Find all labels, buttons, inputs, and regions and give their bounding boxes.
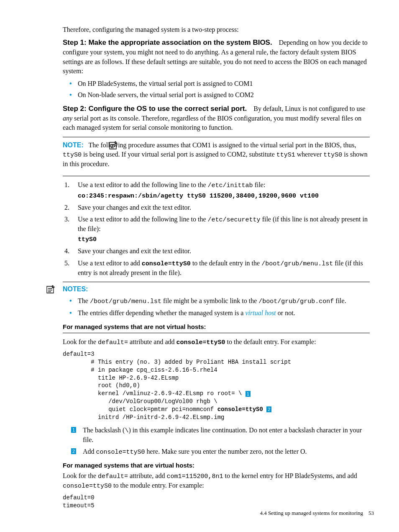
s5-mid: to the default entry in the — [191, 260, 261, 267]
step1-paragraph: Step 1: Make the appropriate association… — [63, 38, 370, 76]
step2-body-suffix: serial port as its console. Therefore, r… — [63, 115, 361, 131]
note-icon-wrap-2 — [45, 285, 55, 297]
step1-bullet-2: On Non-blade servers, the virtual serial… — [63, 90, 370, 100]
code-l2: # This entry (no. 3) added by Proliant H… — [63, 359, 291, 365]
proc-step-4: Save your changes and exit the text edit… — [63, 247, 370, 256]
s5-mono: /boot/grub/menu.lst — [261, 260, 333, 267]
c2-prefix: Add — [83, 448, 96, 455]
footer-page: 53 — [368, 510, 374, 516]
code-l5: root (hd0,0) — [63, 382, 140, 389]
n2b1-suffix: file. — [334, 297, 346, 304]
note-icon — [45, 285, 55, 295]
note2-bullet-2: The entries differ depending whether the… — [63, 308, 370, 318]
vh-code-block: default=0 timeout=5 — [63, 494, 370, 510]
code-l4: title HP-2.6.9-42.ELsmp — [63, 375, 179, 381]
s3-prefix: Use a text editor to add the following l… — [78, 216, 208, 223]
proc-step-3: Use a text editor to add the following l… — [63, 215, 370, 244]
step1-title: Step 1: Make the appropriate association… — [63, 39, 272, 46]
vh-lead-mono1: default= — [98, 473, 128, 480]
note-block-2: NOTES: The /boot/grub/menu.lst file migh… — [63, 282, 370, 333]
code-l6: kernel /vmlinuz-2.6.9-42.ELsmp ro root= … — [63, 390, 246, 397]
c2-suffix: here. Make sure you enter the number zer… — [145, 448, 307, 455]
note1-tty1: ttyS1 — [276, 152, 295, 159]
vh-lead-suffix: to the module entry. For example: — [112, 482, 204, 489]
c2-mono: console=ttyS0 — [96, 449, 145, 456]
code-l3: # in package cpq_ciss-2.6.16-5.rhel4 — [63, 367, 217, 373]
page: Therefore, configuring the managed syste… — [0, 0, 399, 532]
callout-item-1: 1 The backslash (\) in this example indi… — [71, 426, 370, 445]
callout-list: 1 The backslash (\) in this example indi… — [71, 426, 370, 457]
note-block-1: NOTE: The following procedure assumes th… — [63, 137, 370, 176]
s3-mono: /etc/securetty — [208, 216, 261, 224]
vh-code-l1: default=0 — [63, 494, 95, 501]
vh-heading: For managed systems that are virtual hos… — [63, 461, 370, 470]
vh-code-l2: timeout=5 — [63, 502, 95, 509]
note2-label: NOTES: — [63, 285, 370, 294]
code-l7: /dev/VolGroup00/LogVol00 rhgb \ — [63, 398, 217, 405]
content-area: Therefore, configuring the managed syste… — [63, 25, 370, 510]
nonvh-code-block: default=3 # This entry (no. 3) added by … — [63, 350, 370, 421]
s3-code: ttyS0 — [78, 235, 370, 244]
s1-suffix: file: — [253, 181, 266, 188]
note1-mid2: wherever — [295, 151, 324, 158]
vh-lead-mid2: to the kernel entry for HP BladeSystems,… — [223, 472, 357, 479]
nonvh-lead-bold: console=ttyS0 — [176, 339, 225, 346]
step2-paragraph: Step 2: Configure the OS to use the corr… — [63, 104, 370, 133]
callout-2-inline: 2 — [266, 406, 271, 412]
n2b1-mono2: /boot/grub/grub.conf — [258, 298, 334, 305]
note-icon-wrap — [108, 141, 118, 153]
note2-bullet-1: The /boot/grub/menu.lst file might be a … — [63, 296, 370, 306]
vh-lead: Look for the default= attribute, add com… — [63, 471, 370, 491]
procedure-list: Use a text editor to add the following l… — [63, 180, 370, 278]
s1-prefix: Use a text editor to add the following l… — [78, 181, 208, 188]
vh-lead-mid1: attribute, add — [128, 472, 166, 479]
nonvh-lead-mid: attribute and add — [128, 338, 176, 345]
note1-tty0a: ttyS0 — [63, 152, 82, 159]
code-l8a: quiet clock=pmtmr pci=nommconf — [63, 406, 217, 413]
nonvh-lead-mono: default= — [98, 339, 128, 346]
vh-lead-prefix: Look for the — [63, 472, 98, 479]
n2b1-mono1: /boot/grub/menu.lst — [90, 298, 161, 305]
code-l9: initrd /HP-initrd-2.6.9-42.ELsmp.img — [63, 414, 224, 421]
callout-item-2: 2 Add console=ttyS0 here. Make sure you … — [71, 447, 370, 457]
step1-bullet-1: On HP BladeSystems, the virtual serial p… — [63, 79, 370, 88]
s5-prefix: Use a text editor to add — [78, 260, 142, 267]
s1-mono: /etc/inittab — [208, 182, 253, 189]
vh-lead-mono3: console=ttyS0 — [63, 483, 112, 490]
note2-bullets: The /boot/grub/menu.lst file might be a … — [63, 296, 370, 318]
nonvh-heading: For managed systems that are not virtual… — [63, 322, 370, 333]
s5-bold: console=ttyS0 — [142, 260, 191, 267]
note-icon — [108, 141, 118, 151]
step2-title: Step 2: Configure the OS to use the corr… — [63, 105, 247, 113]
nonvh-lead-prefix: Look for the — [63, 338, 98, 345]
code-l1: default=3 — [63, 351, 95, 357]
footer-section: 4.4 Setting up managed systems for monit… — [260, 510, 363, 516]
n2b2-suffix: or not. — [276, 309, 295, 316]
nonvh-lead: Look for the default= attribute and add … — [63, 337, 370, 347]
n2b2-italic: virtual host — [245, 309, 276, 316]
callout-1-inline: 1 — [246, 391, 251, 397]
c1-prefix: The backslash ( — [83, 427, 125, 434]
code-l8b: console=ttyS0 — [217, 406, 263, 413]
proc-step-5: Use a text editor to add console=ttyS0 t… — [63, 259, 370, 278]
note1-prefix: The following procedure assumes that COM… — [89, 141, 356, 149]
vh-lead-mono2: com1=115200,8n1 — [166, 473, 223, 480]
proc-step-1: Use a text editor to add the following l… — [63, 180, 370, 200]
proc-step-2: Save your changes and exit the text edit… — [63, 203, 370, 212]
page-footer: 4.4 Setting up managed systems for monit… — [260, 509, 374, 517]
nonvh-lead-suffix: to the default entry. For example: — [225, 338, 316, 345]
note1-label: NOTE: — [63, 141, 84, 149]
n2b2-prefix: The entries differ depending whether the… — [78, 309, 245, 316]
step1-bullet-list: On HP BladeSystems, the virtual serial p… — [63, 79, 370, 100]
n2b1-prefix: The — [78, 297, 90, 304]
step2-body-prefix: By default, Linux is not configured to u… — [253, 105, 366, 112]
callout-marker-2: 2 — [71, 448, 76, 454]
note1-tty0b: ttyS0 — [323, 152, 342, 159]
callout-marker-1: 1 — [71, 427, 76, 433]
s1-code: co:2345:respawn:/sbin/agetty ttyS0 11520… — [78, 192, 370, 200]
n2b1-mid: file might be a symbolic link to the — [161, 297, 258, 304]
intro-paragraph: Therefore, configuring the managed syste… — [63, 25, 370, 34]
step2-body-italic: any — [63, 115, 72, 122]
